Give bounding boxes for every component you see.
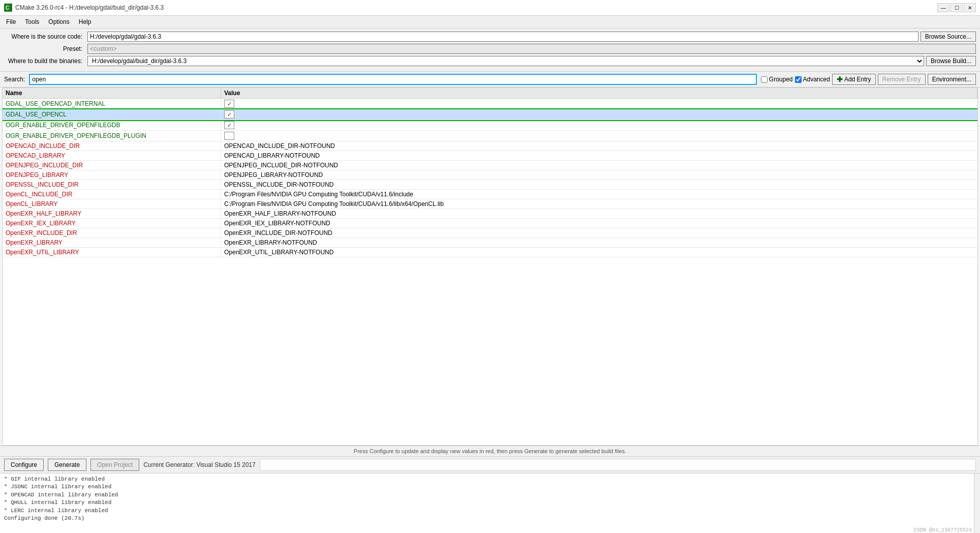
minimize-button[interactable]: —: [937, 3, 950, 12]
advanced-checkbox[interactable]: [795, 76, 802, 83]
search-input[interactable]: [29, 74, 756, 85]
status-bar: Press Configure to update and display ne…: [0, 446, 980, 456]
advanced-label[interactable]: Advanced: [803, 76, 830, 83]
environment-button[interactable]: Environment...: [928, 74, 976, 85]
preset-input: [87, 44, 976, 54]
output-line: * LERC internal library enabled: [4, 507, 976, 515]
checkbox-cell[interactable]: [224, 121, 234, 129]
title-text: CMake 3.26.0-rc4 - H:/develop/gdal/buid_…: [15, 4, 164, 11]
cell-value: [221, 99, 977, 109]
cell-value: OPENJPEG_INCLUDE_DIR-NOTFOUND: [221, 161, 977, 170]
open-project-button[interactable]: Open Project: [90, 459, 139, 471]
checkbox-cell[interactable]: [224, 110, 234, 119]
cell-name: OGR_ENABLE_DRIVER_OPENFILEGDB: [3, 120, 221, 130]
remove-entry-label: Remove Entry: [882, 76, 921, 83]
cell-name: OpenEXR_INCLUDE_DIR: [3, 228, 221, 238]
remove-entry-button[interactable]: Remove Entry: [878, 74, 926, 85]
menu-tools[interactable]: Tools: [21, 17, 43, 27]
cell-name: OpenEXR_UTIL_LIBRARY: [3, 248, 221, 257]
toolbar-right: Grouped Advanced ✚ Add Entry Remove Entr…: [761, 74, 976, 85]
bottom-toolbar: Configure Generate Open Project Current …: [0, 456, 980, 473]
cell-value: OpenEXR_HALF_LIBRARY-NOTFOUND: [221, 209, 977, 218]
maximize-button[interactable]: ☐: [951, 3, 963, 12]
table-row[interactable]: OpenCL_LIBRARYC:/Program Files/NVIDIA GP…: [3, 199, 977, 209]
grouped-check-group: Grouped: [761, 76, 793, 83]
cell-name: OPENJPEG_LIBRARY: [3, 170, 221, 180]
search-toolbar: Search: Grouped Advanced ✚ Add Entry Rem…: [0, 72, 980, 87]
configure-button[interactable]: Configure: [4, 459, 44, 471]
cell-name: OpenEXR_LIBRARY: [3, 238, 221, 247]
checkbox-cell[interactable]: [224, 100, 234, 108]
cell-value: C:/Program Files/NVIDIA GPU Computing To…: [221, 190, 977, 199]
menu-file[interactable]: File: [2, 17, 20, 27]
table-row[interactable]: GDAL_USE_OPENCAD_INTERNAL: [3, 99, 977, 109]
output-line: * OPENCAD internal library enabled: [4, 491, 976, 499]
svg-text:C: C: [6, 5, 9, 11]
table-row[interactable]: OpenEXR_HALF_LIBRARYOpenEXR_HALF_LIBRARY…: [3, 209, 977, 219]
menu-help[interactable]: Help: [75, 17, 96, 27]
build-select[interactable]: H:/develop/gdal/buid_dir/gdal-3.6.3: [87, 56, 924, 66]
menu-bar: File Tools Options Help: [0, 16, 980, 28]
table-row[interactable]: OPENCAD_INCLUDE_DIROPENCAD_INCLUDE_DIR-N…: [3, 141, 977, 151]
cell-name: OPENCAD_INCLUDE_DIR: [3, 141, 221, 151]
output-line: * QHULL internal library enabled: [4, 499, 976, 507]
cell-name: OPENJPEG_INCLUDE_DIR: [3, 161, 221, 170]
generate-button[interactable]: Generate: [48, 459, 86, 471]
cell-value: OPENCAD_INCLUDE_DIR-NOTFOUND: [221, 141, 977, 151]
grouped-label[interactable]: Grouped: [769, 76, 793, 83]
cell-name: OpenEXR_IEX_LIBRARY: [3, 219, 221, 228]
table-row[interactable]: OPENJPEG_INCLUDE_DIROPENJPEG_INCLUDE_DIR…: [3, 161, 977, 170]
table-row[interactable]: OPENJPEG_LIBRARYOPENJPEG_LIBRARY-NOTFOUN…: [3, 170, 977, 180]
build-row: Where to build the binaries: H:/develop/…: [4, 56, 976, 66]
close-button[interactable]: ✕: [964, 3, 976, 12]
cell-value: OpenEXR_UTIL_LIBRARY-NOTFOUND: [221, 248, 977, 257]
table-body: GDAL_USE_OPENCAD_INTERNALGDAL_USE_OPENCL…: [3, 99, 977, 257]
output-line: * GIF internal library enabled: [4, 476, 976, 483]
source-row: Where is the source code: Browse Source.…: [4, 32, 976, 42]
browse-build-button[interactable]: Browse Build...: [926, 56, 976, 66]
cell-value: OPENCAD_LIBRARY-NOTFOUND: [221, 151, 977, 160]
table-row[interactable]: GDAL_USE_OPENCL: [3, 109, 977, 120]
table-row[interactable]: OGR_ENABLE_DRIVER_OPENFILEGDB: [3, 120, 977, 131]
table-row[interactable]: OpenEXR_INCLUDE_DIROpenEXR_INCLUDE_DIR-N…: [3, 228, 977, 238]
table-row[interactable]: OpenCL_INCLUDE_DIRC:/Program Files/NVIDI…: [3, 190, 977, 199]
table-row[interactable]: OPENSSL_INCLUDE_DIROPENSSL_INCLUDE_DIR-N…: [3, 180, 977, 190]
checkbox-cell[interactable]: [224, 132, 234, 140]
title-bar-left: C CMake 3.26.0-rc4 - H:/develop/gdal/bui…: [4, 4, 164, 12]
source-label: Where is the source code:: [4, 33, 85, 40]
output-line: * JSONC internal library enabled: [4, 483, 976, 491]
status-message: Press Configure to update and display ne…: [354, 448, 626, 454]
title-bar: C CMake 3.26.0-rc4 - H:/develop/gdal/bui…: [0, 0, 980, 16]
browse-source-button[interactable]: Browse Source...: [921, 32, 976, 42]
cell-name: OpenCL_INCLUDE_DIR: [3, 190, 221, 199]
cell-value: OpenEXR_IEX_LIBRARY-NOTFOUND: [221, 219, 977, 228]
build-label: Where to build the binaries:: [4, 57, 85, 65]
search-label: Search:: [4, 76, 25, 83]
header-value: Value: [221, 88, 977, 98]
menu-options[interactable]: Options: [44, 17, 73, 27]
cell-name: OPENCAD_LIBRARY: [3, 151, 221, 160]
form-area: Where is the source code: Browse Source.…: [0, 28, 980, 72]
output-line: Configuring done (20.7s): [4, 515, 976, 522]
plus-icon: ✚: [837, 75, 843, 83]
header-name: Name: [3, 88, 221, 98]
add-entry-button[interactable]: ✚ Add Entry: [832, 74, 876, 85]
cell-name: OpenCL_LIBRARY: [3, 199, 221, 209]
source-input[interactable]: [87, 32, 918, 42]
generator-text: Current Generator: Visual Studio 15 2017: [143, 461, 256, 468]
grouped-checkbox[interactable]: [761, 76, 768, 83]
watermark: CSDN @es_1307725524: [914, 527, 972, 533]
table-row[interactable]: OPENCAD_LIBRARYOPENCAD_LIBRARY-NOTFOUND: [3, 151, 977, 161]
table-row[interactable]: OpenEXR_IEX_LIBRARYOpenEXR_IEX_LIBRARY-N…: [3, 219, 977, 228]
cell-value: OPENSSL_INCLUDE_DIR-NOTFOUND: [221, 180, 977, 189]
table-row[interactable]: OGR_ENABLE_DRIVER_OPENFILEGDB_PLUGIN: [3, 131, 977, 141]
cell-name: OpenEXR_HALF_LIBRARY: [3, 209, 221, 218]
output-scrollbar[interactable]: [974, 473, 980, 533]
cell-value: OpenEXR_LIBRARY-NOTFOUND: [221, 238, 977, 247]
table-header: Name Value: [3, 88, 977, 99]
cell-name: GDAL_USE_OPENCAD_INTERNAL: [3, 99, 221, 109]
cell-name: OPENSSL_INCLUDE_DIR: [3, 180, 221, 189]
progress-bar: [260, 459, 976, 471]
table-row[interactable]: OpenEXR_UTIL_LIBRARYOpenEXR_UTIL_LIBRARY…: [3, 248, 977, 257]
table-row[interactable]: OpenEXR_LIBRARYOpenEXR_LIBRARY-NOTFOUND: [3, 238, 977, 248]
